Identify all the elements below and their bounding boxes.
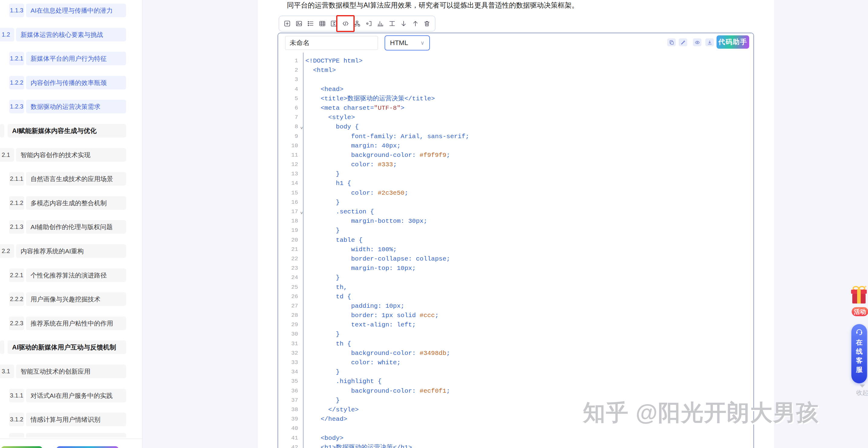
code-area[interactable]: 12345678∨91011121314151617∨1819202122232…	[278, 53, 753, 448]
line-number: 39	[278, 414, 303, 424]
move-down-icon[interactable]	[400, 20, 407, 28]
line-number: 30	[278, 329, 303, 339]
toc-item[interactable]: 2.1.1自然语言生成技术的应用场景	[0, 172, 143, 186]
copy-icon[interactable]	[667, 38, 676, 46]
activity-badge[interactable]: 活动	[852, 307, 868, 316]
watermark: 知乎 @阳光开朗大男孩	[583, 398, 819, 428]
toc-item[interactable]: 3.1智能互动技术的创新应用	[0, 364, 143, 378]
sidebar-footer-button-right[interactable]	[57, 446, 119, 448]
line-number: 33	[278, 358, 303, 367]
table-icon[interactable]	[318, 20, 326, 28]
line-number: 37	[278, 396, 303, 405]
toc-item-label: 推荐系统在用户粘性中的作用	[26, 317, 126, 330]
toc-item-label: 新媒体运营的核心要素与挑战	[16, 28, 126, 41]
toc-item[interactable]: 1.2.1新媒体平台的用户行为特征	[0, 52, 143, 65]
code-line: border-collapse: collapse;	[305, 254, 753, 264]
sidebar-footer-button-left[interactable]	[1, 446, 42, 448]
line-number: 24	[278, 273, 303, 282]
toc-item[interactable]: 2.2.2用户画像与兴趣挖掘技术	[0, 292, 143, 306]
toc-item[interactable]: AI驱动的新媒体用户互动与反馈机制	[0, 341, 143, 354]
language-select[interactable]: HTML ∨	[384, 35, 430, 51]
gutter-divider	[303, 53, 304, 448]
image-icon[interactable]	[295, 20, 303, 28]
line-number: 14	[278, 179, 303, 188]
line-number: 25	[278, 283, 303, 292]
line-number: 19	[278, 226, 303, 235]
line-number: 9	[278, 132, 303, 141]
collapse-control[interactable]: 收起	[853, 385, 868, 397]
customer-service-button[interactable]: 在线客服	[851, 324, 867, 383]
toc-item-number: 3.1.1	[9, 389, 24, 402]
list-icon[interactable]	[307, 20, 314, 28]
download-icon[interactable]	[705, 38, 714, 46]
toc-item[interactable]: 3.1.1对话式AI在用户服务中的实践	[0, 389, 143, 402]
language-select-value: HTML	[390, 39, 408, 47]
toc-item[interactable]: 2.2.1个性化推荐算法的演进路径	[0, 268, 143, 282]
collapse-label: 收起	[853, 389, 868, 397]
toc-item-number	[9, 433, 24, 438]
code-content: <!DOCTYPE html> <html> <head> <title>数据驱…	[305, 53, 753, 448]
code-line: }	[305, 226, 753, 235]
code-line: border: 1px solid #ccc;	[305, 311, 753, 320]
toc-item-label: AI在信息处理与传播中的潜力	[26, 4, 126, 17]
code-line: <style>	[305, 113, 753, 122]
brush-icon[interactable]	[679, 38, 687, 46]
code-assistant-button[interactable]: 代码助手	[716, 35, 749, 49]
toc-item-label: 多模态内容生成的整合机制	[26, 196, 126, 210]
move-up-icon[interactable]	[411, 20, 419, 28]
code-line: <h1>数据驱动的运营决策</h1>	[305, 443, 753, 448]
eye-icon[interactable]	[693, 38, 702, 46]
toc-item[interactable]: 2.2内容推荐系统的AI重构	[0, 244, 143, 258]
line-number: 22	[278, 254, 303, 264]
toc-item-label: AI驱动的新媒体用户互动与反馈机制	[7, 341, 126, 354]
code-line: background-color: #3498db;	[305, 349, 753, 358]
code-line: }	[305, 329, 753, 339]
toc-item[interactable]: 2.2.3推荐系统在用户粘性中的作用	[0, 317, 143, 330]
line-number: 16	[278, 198, 303, 207]
code-line: <html>	[305, 66, 753, 75]
snippet-icon[interactable]	[365, 20, 373, 28]
toc-item-number: 1.2.3	[9, 100, 24, 114]
add-block-icon[interactable]	[283, 20, 291, 28]
toc-item-label: 内容创作与传播的效率瓶颈	[26, 76, 126, 90]
chart-icon[interactable]	[376, 20, 384, 28]
customer-service-label: 在线客服	[856, 338, 863, 374]
toc-item[interactable]: 2.1智能内容创作的技术实现	[0, 148, 143, 162]
code-line: font-family: Arial, sans-serif;	[305, 132, 753, 141]
line-number: 32	[278, 349, 303, 358]
delete-icon[interactable]	[423, 20, 431, 28]
code-line: h1 {	[305, 179, 753, 188]
toc-item[interactable]: AI赋能新媒体内容生成与优化	[0, 124, 143, 137]
toc-item-number: 2.2.3	[9, 317, 24, 330]
toc-item-number: 3.1.2	[9, 413, 24, 426]
code-line: <!DOCTYPE html>	[305, 56, 753, 66]
collapse-arrow-icon	[860, 385, 865, 388]
code-line: .highlight {	[305, 377, 753, 386]
line-number: 31	[278, 339, 303, 349]
line-number: 11	[278, 151, 303, 160]
gift-icon[interactable]	[850, 285, 867, 305]
code-line: background-color: #ecf0f1;	[305, 386, 753, 396]
toc-item[interactable]	[0, 433, 143, 438]
line-number: 7	[278, 113, 303, 122]
code-line: th,	[305, 283, 753, 292]
sidebar-divider	[0, 439, 143, 439]
toc-item[interactable]: 3.1.2情感计算与用户情绪识别	[0, 413, 143, 426]
toc-item[interactable]: 1.2新媒体运营的核心要素与挑战	[0, 28, 143, 41]
line-number: 40	[278, 424, 303, 433]
toc-item[interactable]: 2.1.3AI辅助创作的伦理与版权问题	[0, 220, 143, 234]
toc-item-number: 2.1	[0, 148, 14, 162]
document-paragraph: 同平台的运营数据模型与AI算法应用效果，研究者可以提炼出更具普适性的数据驱动决策…	[287, 1, 579, 10]
toc-item[interactable]: 1.1.3AI在信息处理与传播中的潜力	[0, 4, 143, 17]
toc-item[interactable]: 2.1.2多模态内容生成的整合机制	[0, 196, 143, 210]
code-line: body {	[305, 122, 753, 131]
line-number: 8∨	[278, 122, 303, 131]
headset-icon	[855, 328, 864, 335]
divider-icon[interactable]	[388, 20, 396, 28]
block-toolbar	[279, 16, 435, 31]
filename-input[interactable]	[285, 36, 378, 50]
toc-item[interactable]: 1.2.2内容创作与传播的效率瓶颈	[0, 76, 143, 90]
toc-item[interactable]: 1.2.3数据驱动的运营决策需求	[0, 100, 143, 114]
code-line: color: #2c3e50;	[305, 188, 753, 198]
line-number: 1	[278, 56, 303, 66]
